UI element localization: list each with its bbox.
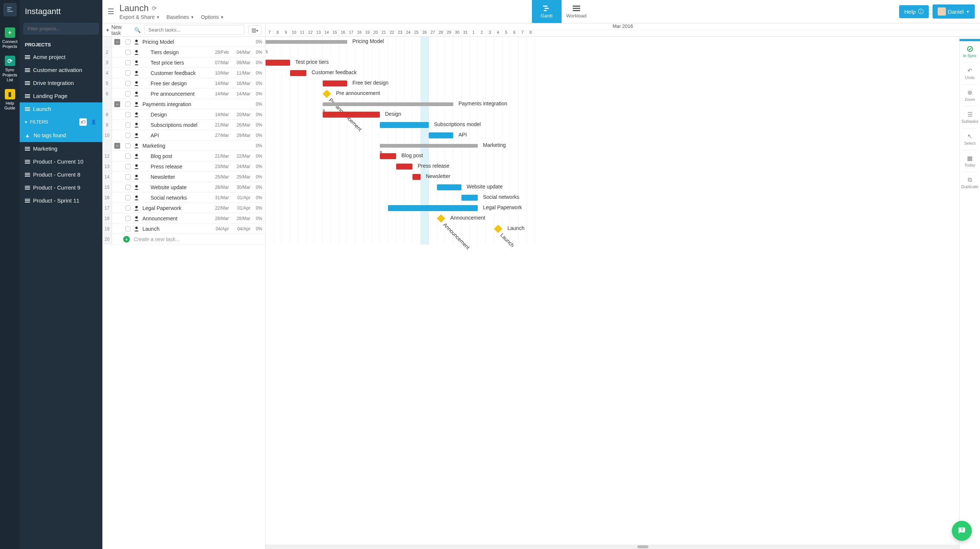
sidebar-project-item[interactable]: Product - Sprint 11 — [20, 194, 102, 207]
gantt-row[interactable]: Website update — [266, 182, 980, 193]
gantt-row[interactable]: Newsletter — [266, 172, 980, 182]
task-row[interactable]: 9Subscriptions model21/Mar26/Mar0% — [102, 120, 265, 130]
task-row[interactable]: 16Social networks31/Mar01/Apr0% — [102, 193, 265, 203]
assignee-icon[interactable] — [134, 101, 140, 107]
milestone-diamond[interactable]: Launch — [494, 225, 503, 233]
assignee-icon[interactable] — [134, 39, 140, 45]
task-checkbox[interactable] — [126, 123, 130, 127]
task-checkbox[interactable] — [126, 39, 130, 45]
gantt-row[interactable]: Social networks — [266, 193, 980, 203]
task-row[interactable]: 19Launch04/Apr04/Apr0% — [102, 224, 265, 234]
sidebar-project-item[interactable]: Landing Page — [20, 89, 102, 102]
task-checkbox[interactable] — [126, 216, 130, 221]
task-row[interactable]: −Pricing Model0% — [102, 37, 265, 47]
assignee-icon[interactable] — [134, 70, 140, 76]
task-row[interactable]: 17Legal Paperwork22/Mar01/Apr0% — [102, 203, 265, 213]
export-share-menu[interactable]: Export & Share▼ — [119, 14, 160, 20]
sidebar-project-item[interactable]: Product - Current 10 — [20, 155, 102, 168]
milestone-diamond[interactable]: Pre announcement — [323, 90, 331, 98]
gantt-row[interactable]: Pre announcementPre announcement — [266, 89, 980, 99]
assignee-icon[interactable] — [134, 132, 140, 138]
task-checkbox[interactable] — [126, 174, 130, 180]
tag-icon[interactable]: 🏷 — [80, 118, 87, 126]
gantt-bar[interactable] — [380, 144, 478, 148]
collapse-toggle[interactable]: − — [114, 39, 120, 45]
horizontal-scrollbar[interactable] — [266, 544, 980, 549]
gantt-row[interactable]: design — [266, 47, 980, 57]
sync-status[interactable]: In Sync — [959, 43, 980, 61]
add-circle-icon[interactable]: + — [123, 236, 130, 243]
gantt-bar[interactable] — [380, 122, 429, 128]
task-row[interactable]: 5Free tier design14/Mar16/Mar0% — [102, 78, 265, 89]
task-checkbox[interactable] — [126, 91, 130, 97]
gantt-row[interactable]: Payments integration — [266, 99, 980, 110]
assignee-icon[interactable] — [134, 60, 140, 66]
gantt-bar[interactable] — [437, 185, 461, 190]
chat-fab[interactable]: ? — [952, 521, 972, 541]
gantt-bar[interactable] — [396, 164, 412, 170]
gantt-row[interactable]: Free tier design — [266, 78, 980, 89]
assignee-icon[interactable] — [134, 205, 140, 211]
task-checkbox[interactable] — [126, 154, 130, 159]
task-checkbox[interactable] — [126, 185, 130, 190]
options-menu[interactable]: Options▼ — [200, 14, 224, 20]
task-checkbox[interactable] — [126, 195, 130, 200]
gantt-bar[interactable] — [323, 81, 347, 86]
assignee-icon[interactable] — [134, 185, 140, 190]
tab-workload[interactable]: Workload — [562, 0, 591, 23]
filters-row[interactable]: ▾FILTERS🏷👤 — [20, 115, 102, 129]
assignee-icon[interactable] — [134, 195, 140, 201]
sync-projects-button[interactable]: ⟳ Sync Projects List — [3, 56, 18, 82]
task-row[interactable]: 15Website update28/Mar30/Mar0% — [102, 182, 265, 193]
tab-gantt[interactable]: Gantt — [532, 0, 562, 23]
subtasks-button[interactable]: ☰Subtasks — [959, 108, 980, 126]
sidebar-project-item[interactable]: Marketing — [20, 142, 102, 155]
hamburger-icon[interactable]: ☰ — [108, 7, 114, 16]
connect-projects-button[interactable]: + Connect Projects — [3, 27, 18, 49]
gantt-bar[interactable] — [412, 174, 421, 180]
gantt-bar[interactable] — [266, 60, 290, 66]
assignee-icon[interactable] — [134, 91, 140, 97]
sidebar-project-item[interactable]: Drive Integration — [20, 76, 102, 89]
task-checkbox[interactable] — [126, 133, 130, 138]
columns-button[interactable]: ▥▾ — [248, 25, 261, 35]
task-row[interactable]: 12Blog post21/Mar22/Mar0% — [102, 151, 265, 161]
sidebar-project-item[interactable]: Customer activation — [20, 64, 102, 76]
zoom-button[interactable]: ⊕Zoom — [959, 86, 980, 105]
sidebar-project-item[interactable]: Launch — [20, 102, 102, 115]
task-row[interactable]: −Payments integration0% — [102, 99, 265, 110]
task-row[interactable]: 18Announcement28/Mar28/Mar0% — [102, 213, 265, 224]
help-button[interactable]: Helpⓘ — [899, 5, 929, 18]
gantt-bar[interactable] — [388, 205, 478, 211]
task-checkbox[interactable] — [126, 70, 130, 76]
gantt-bar[interactable] — [266, 40, 347, 44]
sidebar-project-item[interactable]: Product - Current 9 — [20, 181, 102, 194]
task-row[interactable]: 13Press release23/Mar24/Mar0% — [102, 161, 265, 172]
select-button[interactable]: ↖Select — [959, 130, 980, 148]
gantt-bar[interactable] — [380, 153, 396, 159]
assignee-icon[interactable] — [134, 49, 140, 55]
task-checkbox[interactable] — [126, 60, 130, 65]
task-checkbox[interactable] — [126, 102, 130, 107]
search-icon[interactable]: 🔍 — [134, 27, 141, 33]
task-row[interactable]: 6Pre announcement14/Mar14/Mar0% — [102, 89, 265, 99]
gantt-bar[interactable] — [323, 102, 453, 106]
refresh-icon[interactable]: ⟳ — [152, 5, 156, 12]
task-checkbox[interactable] — [126, 143, 130, 148]
task-checkbox[interactable] — [126, 50, 130, 55]
gantt-row[interactable]: LaunchLaunch — [266, 224, 980, 234]
assignee-icon[interactable] — [134, 81, 140, 86]
task-row[interactable]: 2Tiers design29/Feb04/Mar0% — [102, 47, 265, 57]
assignee-icon[interactable] — [134, 174, 140, 180]
gantt-bar[interactable] — [290, 70, 306, 76]
task-row[interactable]: 20+Create a new task... — [102, 234, 265, 245]
baselines-menu[interactable]: Baselines▼ — [167, 14, 194, 20]
gantt-row[interactable]: Press release — [266, 161, 980, 172]
gantt-row[interactable]: Subscriptions model — [266, 120, 980, 130]
assignee-icon[interactable] — [134, 111, 140, 118]
collapse-toggle[interactable]: − — [114, 143, 120, 149]
user-menu-button[interactable]: Daniel▼ — [932, 5, 975, 19]
assignee-icon[interactable] — [134, 143, 140, 149]
assignee-icon[interactable] — [134, 122, 140, 128]
gantt-bar[interactable] — [323, 111, 380, 118]
